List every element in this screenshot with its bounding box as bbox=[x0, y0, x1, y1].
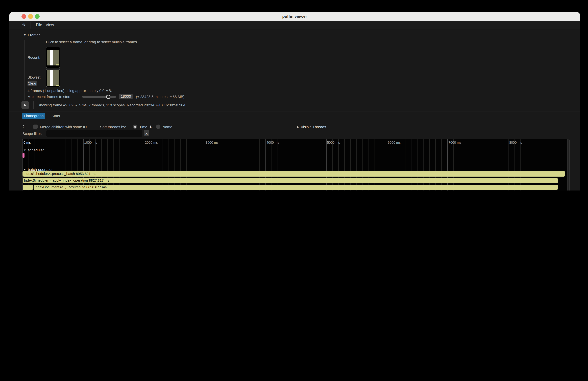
merge-children-checkbox[interactable] bbox=[33, 125, 38, 129]
max-frames-slider-knob[interactable] bbox=[106, 95, 110, 99]
frame-bar[interactable] bbox=[53, 70, 56, 86]
tab-flamegraph[interactable]: Flamegraph bbox=[22, 113, 45, 119]
frame-bar[interactable] bbox=[47, 50, 50, 65]
max-frames-slider[interactable] bbox=[82, 96, 116, 98]
frame-bar-tip bbox=[56, 85, 59, 86]
ruler-underline bbox=[22, 147, 569, 147]
thread-section-toggle[interactable]: ▼scheduler bbox=[23, 148, 44, 152]
time-tick-label: 1000 ms bbox=[84, 141, 97, 144]
time-tick-label: 2000 ms bbox=[145, 141, 158, 144]
sort-direction-icon[interactable]: ⬇ bbox=[149, 125, 152, 129]
play-divider bbox=[33, 101, 34, 109]
sort-time-radio[interactable] bbox=[133, 125, 137, 129]
max-frames-label: Max recent frames to store: bbox=[27, 95, 72, 99]
flame-scope-bar[interactable]: IndexScheduler>::process_batch 8953.821 … bbox=[22, 171, 565, 177]
help-button[interactable]: ? bbox=[22, 125, 24, 128]
flame-scope-bar[interactable] bbox=[22, 153, 24, 158]
desktop: puffin viewer ❊ File View ▼Frames Click … bbox=[0, 0, 588, 190]
frame-bar-tip bbox=[56, 64, 59, 65]
time-tick-label: 7000 ms bbox=[449, 141, 462, 144]
frames-summary: 4 frames (1 unpacked) using approximatel… bbox=[27, 89, 112, 93]
section-separator bbox=[22, 167, 569, 167]
sort-time-label: Time bbox=[139, 125, 147, 129]
clear-filter-button[interactable]: x bbox=[144, 130, 149, 136]
flame-scope-bar[interactable]: IndexScheduler>::apply_index_operation 8… bbox=[23, 178, 558, 183]
time-tick-label: 0 ms bbox=[23, 141, 31, 144]
showing-frame-text: Showing frame #2, 8957.4 ms, 7 threads, … bbox=[38, 103, 186, 107]
collapse-closed-icon: ▶ bbox=[297, 126, 299, 128]
frame-bar[interactable] bbox=[56, 50, 59, 65]
time-tick-label: 3000 ms bbox=[206, 141, 218, 144]
scope-filter-input[interactable] bbox=[46, 130, 142, 137]
frame-bar[interactable] bbox=[47, 70, 50, 86]
play-icon: ▶ bbox=[24, 103, 26, 107]
play-button[interactable]: ▶ bbox=[21, 101, 29, 109]
max-frames-value[interactable]: 18000 bbox=[119, 94, 133, 99]
max-frames-note: (≈ 23428.5 minutes, ≈ 68 MB) bbox=[136, 95, 185, 99]
time-tick-label: 5000 ms bbox=[327, 141, 340, 144]
frame-bar[interactable] bbox=[50, 70, 53, 86]
time-tick-label: 8000 ms bbox=[509, 141, 522, 144]
sort-threads-label: Sort threads by: bbox=[100, 125, 126, 129]
app-window: puffin viewer ❊ File View ▼Frames Click … bbox=[9, 12, 580, 190]
menubar: ❊ File View bbox=[9, 21, 580, 30]
scrollbar[interactable] bbox=[567, 139, 568, 190]
recent-label: Recent: bbox=[27, 55, 40, 59]
flamegraph-canvas[interactable]: 0 ms0 ms1000 ms1000 ms2000 ms2000 ms3000… bbox=[22, 139, 569, 190]
collapse-open-icon: ▼ bbox=[23, 168, 26, 171]
divider bbox=[9, 122, 580, 122]
time-tick-label: 6000 ms bbox=[388, 141, 401, 144]
visible-threads-toggle[interactable]: ▶Visible Threads bbox=[297, 125, 326, 129]
frames-section-toggle[interactable]: ▼Frames bbox=[23, 33, 40, 37]
flame-scope-bar[interactable] bbox=[23, 185, 33, 190]
menu-view[interactable]: View bbox=[46, 23, 54, 27]
slowest-label: Slowest: bbox=[27, 75, 42, 79]
thread-section-toggle[interactable]: ▼batch-operation bbox=[23, 168, 54, 171]
frames-hint: Click to select a frame, or drag to sele… bbox=[46, 40, 138, 44]
frame-bar[interactable] bbox=[50, 50, 53, 65]
frame-bar[interactable] bbox=[53, 50, 56, 65]
time-tick-label: 4000 ms bbox=[266, 141, 279, 144]
recent-frames-thumbnail[interactable] bbox=[46, 47, 60, 68]
sort-name-radio[interactable] bbox=[156, 125, 160, 129]
controls-divider bbox=[97, 124, 97, 130]
scope-filter-label: Scope filter: bbox=[22, 132, 42, 136]
frame-bar[interactable] bbox=[56, 70, 59, 86]
divider bbox=[9, 111, 580, 111]
app-icon[interactable]: ❊ bbox=[22, 22, 25, 27]
frames-indent-line bbox=[24, 40, 25, 100]
collapse-open-icon: ▼ bbox=[23, 34, 26, 37]
controls-divider bbox=[29, 124, 29, 130]
collapse-open-icon: ▼ bbox=[23, 149, 26, 152]
menu-file[interactable]: File bbox=[36, 23, 42, 27]
tab-stats[interactable]: Stats bbox=[49, 113, 62, 119]
slowest-frames-thumbnail[interactable] bbox=[46, 69, 60, 87]
clear-button[interactable]: Clear bbox=[27, 81, 37, 86]
sort-name-label: Name bbox=[162, 125, 172, 129]
menu-divider bbox=[31, 22, 31, 28]
flame-scope-bar[interactable]: IndexDocuments<_, _>::execute 8656.677 m… bbox=[34, 185, 558, 190]
window-title: puffin viewer bbox=[9, 14, 580, 19]
titlebar[interactable]: puffin viewer bbox=[9, 12, 580, 21]
merge-children-label: Merge children with same ID bbox=[40, 125, 87, 129]
